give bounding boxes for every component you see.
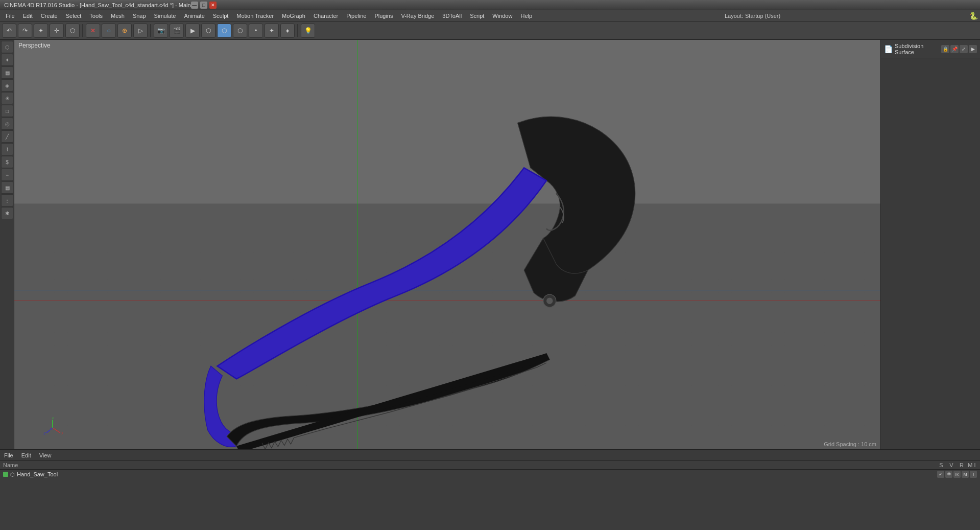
python-icon[interactable]: 🐍: [969, 12, 978, 20]
menu-vray[interactable]: V-Ray Bridge: [397, 12, 438, 20]
object-color-dot: [3, 472, 8, 477]
undo-button[interactable]: ↶: [2, 24, 16, 38]
obj-icon-m[interactable]: M: [962, 471, 969, 478]
left-btn-light[interactable]: ☀: [1, 92, 13, 104]
col-header-s: S: [936, 462, 946, 468]
col-header-v: V: [946, 462, 957, 468]
left-btn-deformer[interactable]: ◈: [1, 79, 13, 91]
rotate-button[interactable]: ○: [102, 24, 116, 38]
rp-icon-expand[interactable]: ⤢: [960, 45, 968, 53]
object-list-item[interactable]: ⬡ Hand_Saw_Tool ✓ 👁 R M I: [0, 470, 980, 479]
titlebar: CINEMA 4D R17.016 Studio - [Hand_Saw_Too…: [0, 0, 980, 10]
left-btn-grid[interactable]: ▦: [1, 181, 13, 194]
grid-spacing-label: Grid Spacing : 10 cm: [824, 441, 876, 447]
right-panel: 📄 Subdivision Surface 🔒 📌 ⤢ ▶: [880, 40, 980, 449]
menu-edit[interactable]: Edit: [19, 12, 36, 20]
right-panel-header: 📄 Subdivision Surface 🔒 📌 ⤢ ▶: [881, 40, 980, 58]
menu-animate[interactable]: Animate: [180, 12, 208, 20]
ol-menu-file[interactable]: File: [2, 452, 15, 459]
svg-text:Y: Y: [52, 418, 55, 421]
redo-button[interactable]: ↷: [18, 24, 32, 38]
menu-motion-tracker[interactable]: Motion Tracker: [233, 12, 277, 20]
left-btn-dots[interactable]: ⋮: [1, 194, 13, 206]
menu-snap[interactable]: Snap: [129, 12, 150, 20]
ol-menu-edit[interactable]: Edit: [19, 452, 33, 459]
layout-label: Layout: Startup (User): [725, 13, 780, 19]
titlebar-title: CINEMA 4D R17.016 Studio - [Hand_Saw_Too…: [4, 2, 191, 8]
menu-mesh[interactable]: Mesh: [107, 12, 128, 20]
col-header-r: R: [957, 462, 967, 468]
render-button[interactable]: 🎬: [170, 24, 184, 38]
menu-tools[interactable]: Tools: [86, 12, 106, 20]
svg-rect-3: [14, 203, 880, 449]
texture-mode-button[interactable]: ✦: [265, 24, 279, 38]
minimize-button[interactable]: —: [191, 2, 198, 9]
live-select-button[interactable]: ✦: [34, 24, 48, 38]
left-btn-spline[interactable]: ✦: [1, 54, 13, 66]
left-btn-spiro[interactable]: ⌇: [1, 143, 13, 155]
left-btn-generator[interactable]: ▦: [1, 66, 13, 79]
object-list-panel: File Edit View Name S V R M I ⬡ Hand_Saw…: [0, 449, 980, 530]
right-panel-file-icon[interactable]: 📄: [884, 45, 893, 53]
left-btn-dollar[interactable]: $: [1, 156, 13, 168]
menu-plugins[interactable]: Plugins: [371, 12, 396, 20]
rp-icon-arrow[interactable]: ▶: [969, 45, 977, 53]
maximize-button[interactable]: □: [200, 2, 207, 9]
edge-mode-button[interactable]: ⬡: [233, 24, 247, 38]
rp-icon-pin[interactable]: 📌: [950, 45, 959, 53]
menu-file[interactable]: File: [2, 12, 18, 20]
close-button[interactable]: ✕: [209, 2, 217, 9]
viewport: View Cameras Display Options Filter Pane…: [14, 40, 880, 449]
poly-button[interactable]: ▷: [133, 24, 148, 38]
svg-line-10: [53, 428, 60, 433]
toolbar: ↶ ↷ ✦ ✛ ⬡ ✕ ○ ⊕ ▷ 📷 🎬 ▶ ⬡ ⬡ ⬡ • ✦ ♦ 💡: [0, 21, 980, 40]
subdivision-surface-label: Subdivision Surface: [895, 43, 939, 55]
object-type-icon: ⬡: [10, 472, 15, 477]
rp-icon-lock[interactable]: 🔒: [941, 45, 949, 53]
menu-script[interactable]: Script: [466, 12, 488, 20]
obj-icon-extra[interactable]: I: [970, 471, 977, 478]
scale-button[interactable]: ⬡: [65, 24, 80, 38]
menu-mograph[interactable]: MoGraph: [278, 12, 309, 20]
menu-help[interactable]: Help: [517, 12, 536, 20]
point-mode-button[interactable]: •: [249, 24, 263, 38]
menu-3dtoall[interactable]: 3DToAll: [439, 12, 465, 20]
obj-icon-v[interactable]: 👁: [945, 471, 952, 478]
left-panel: ⬡ ✦ ▦ ◈ ☀ □ ◎ ╱ ⌇ $ ⌁ ▦ ⋮ ✱: [0, 40, 14, 449]
left-btn-brush[interactable]: ⌁: [1, 169, 13, 181]
obj-icon-r[interactable]: R: [953, 471, 961, 478]
right-panel-main: [881, 58, 980, 449]
object-list-header: Name S V R M I: [0, 461, 980, 470]
object-list-toolbar: File Edit View: [0, 450, 980, 461]
menu-pipeline[interactable]: Pipeline: [343, 12, 370, 20]
new-object-button[interactable]: ✕: [86, 24, 100, 38]
left-btn-line[interactable]: ╱: [1, 130, 13, 143]
left-btn-star[interactable]: ✱: [1, 207, 13, 219]
menu-character[interactable]: Character: [310, 12, 342, 20]
obj-icon-s[interactable]: ✓: [937, 471, 944, 478]
svg-rect-1: [14, 40, 880, 203]
menu-simulate[interactable]: Simulate: [151, 12, 180, 20]
render-view-button[interactable]: 📷: [154, 24, 168, 38]
menu-sculpt[interactable]: Sculpt: [209, 12, 232, 20]
left-btn-cube[interactable]: ⬡: [1, 41, 13, 53]
param-button[interactable]: ⊕: [117, 24, 132, 38]
render-active-button[interactable]: ▶: [185, 24, 200, 38]
left-btn-null[interactable]: ◎: [1, 118, 13, 130]
col-header-m: M I: [967, 462, 977, 468]
menu-window[interactable]: Window: [489, 12, 516, 20]
viewport-grid: [14, 40, 880, 449]
left-btn-camera[interactable]: □: [1, 105, 13, 117]
light-button[interactable]: 💡: [301, 24, 315, 38]
move-button[interactable]: ✛: [50, 24, 64, 38]
polygon-mode-button[interactable]: ⬡: [217, 24, 231, 38]
anim-mode-button[interactable]: ♦: [280, 24, 295, 38]
axis-indicator: X Y Z: [42, 418, 63, 439]
menu-create[interactable]: Create: [37, 12, 61, 20]
col-header-name: Name: [3, 462, 936, 468]
menu-select[interactable]: Select: [62, 12, 85, 20]
object-mode-button[interactable]: ⬡: [201, 24, 216, 38]
ol-menu-view[interactable]: View: [37, 452, 54, 459]
toolbar-separator-3: [297, 24, 298, 37]
layout-prefix: Layout:: [725, 13, 743, 19]
